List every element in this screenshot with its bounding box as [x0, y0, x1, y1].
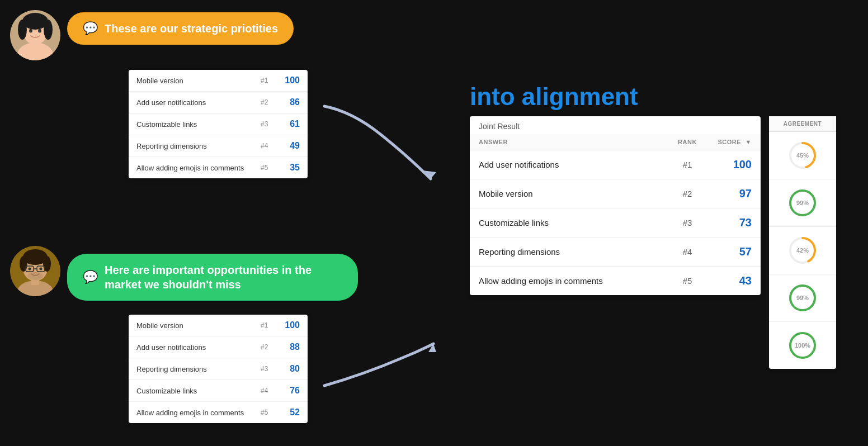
- table-row: Add user notifications #2 86: [129, 92, 308, 113]
- svg-point-6: [44, 20, 53, 40]
- svg-point-16: [43, 256, 51, 272]
- priority-table-1: Mobile version #1 100 Add user notificat…: [129, 70, 308, 178]
- speech-bubble-1: 💬 These are our strategic priotities: [67, 12, 294, 45]
- svg-point-20: [29, 268, 31, 271]
- table-row: Customizable links #3 73: [470, 208, 761, 238]
- table-row: Reporting dimensions #3 80: [129, 358, 308, 380]
- agreement-cell-1: 45%: [769, 132, 836, 179]
- table-row: Add user notifications #1 100: [470, 150, 761, 179]
- circle-progress-3: 42%: [787, 235, 818, 266]
- chat-icon-2: 💬: [83, 270, 98, 284]
- avatar-1: [10, 10, 60, 60]
- col-header-score: SCORE ▼: [707, 139, 752, 145]
- col-header-rank: RANK: [668, 139, 707, 145]
- table-row: Mobile version #1 100: [129, 315, 308, 336]
- circle-progress-1: 45%: [787, 140, 818, 171]
- agreement-header: AGREEMENT: [769, 116, 836, 132]
- agreement-panel: AGREEMENT 45% 99%: [769, 116, 836, 369]
- svg-point-8: [38, 29, 41, 33]
- avatar-2: [10, 246, 60, 296]
- arrow-2: [319, 330, 442, 397]
- bubble-2-text: Here are important opportunities in the …: [105, 263, 342, 292]
- svg-point-22: [27, 272, 43, 280]
- svg-point-21: [40, 268, 43, 271]
- table-row: Allow adding emojis in comments #5 43: [470, 267, 761, 295]
- svg-point-5: [18, 20, 27, 40]
- chat-icon-1: 💬: [83, 21, 98, 36]
- joint-result-header: ANSWER RANK SCORE ▼: [470, 134, 761, 150]
- table-row: Reporting dimensions #4 49: [129, 135, 308, 157]
- table-row: Reporting dimensions #4 57: [470, 238, 761, 267]
- bubble-1-text: These are our strategic priotities: [105, 21, 278, 36]
- agreement-cell-3: 42%: [769, 227, 836, 274]
- table-row: Customizable links #4 76: [129, 380, 308, 402]
- table-row: Add user notifications #2 88: [129, 336, 308, 358]
- joint-result-label: Joint Result: [470, 116, 761, 134]
- agreement-cell-4: 99%: [769, 274, 836, 322]
- alignment-heading: into alignment: [470, 83, 638, 111]
- joint-result-table: Joint Result ANSWER RANK SCORE ▼ Add use…: [470, 116, 761, 295]
- sort-icon: ▼: [746, 139, 752, 145]
- table-row: Customizable links #3 61: [129, 113, 308, 135]
- table-row: Mobile version #1 100: [129, 70, 308, 92]
- svg-point-15: [20, 256, 27, 272]
- agreement-cell-5: 100%: [769, 322, 836, 369]
- arrow-1: [319, 101, 442, 190]
- svg-point-7: [29, 29, 32, 33]
- circle-progress-5: 100%: [787, 330, 818, 361]
- circle-progress-2: 99%: [787, 187, 818, 219]
- table-row: Allow adding emojis in comments #5 52: [129, 402, 308, 423]
- speech-bubble-2: 💬 Here are important opportunities in th…: [67, 254, 358, 301]
- priority-table-2: Mobile version #1 100 Add user notificat…: [129, 315, 308, 423]
- agreement-cell-2: 99%: [769, 179, 836, 227]
- table-row: Mobile version #2 97: [470, 179, 761, 208]
- col-header-answer: ANSWER: [479, 139, 668, 145]
- table-row: Allow adding emojis in comments #5 35: [129, 157, 308, 178]
- circle-progress-4: 99%: [787, 282, 818, 314]
